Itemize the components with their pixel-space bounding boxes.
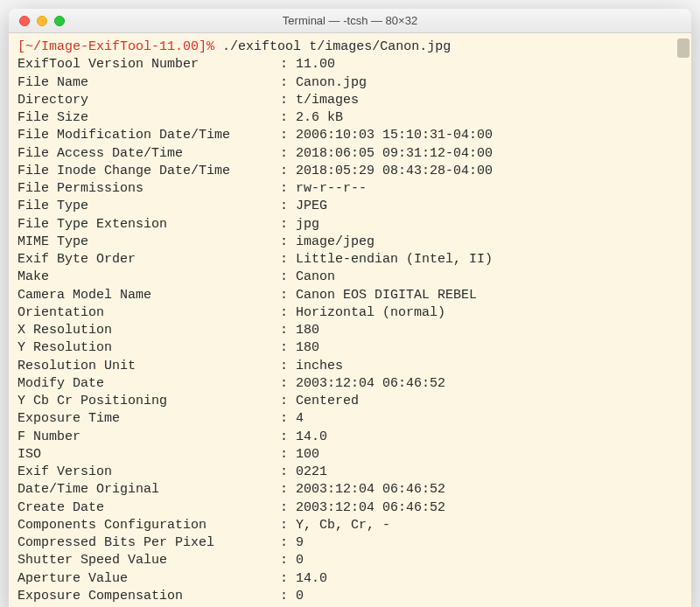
output-value: Canon.jpg	[296, 74, 367, 92]
output-value: Canon	[296, 269, 335, 286]
output-value: 0221	[296, 464, 327, 481]
maximize-button[interactable]	[54, 16, 65, 26]
output-value: t/images	[296, 92, 359, 109]
output-key: Orientation	[18, 304, 280, 322]
output-separator: :	[280, 517, 296, 534]
minimize-button[interactable]	[37, 16, 47, 26]
output-separator: :	[280, 287, 296, 304]
prompt-path: ~/Image-ExifTool-11.00	[25, 39, 199, 54]
output-line: X Resolution: 180	[18, 322, 682, 339]
output-line: File Inode Change Date/Time: 2018:05:29 …	[18, 163, 682, 180]
output-key: Camera Model Name	[18, 287, 280, 304]
output-key: Exif Byte Order	[18, 251, 280, 269]
prompt-line: [~/Image-ExifTool-11.00]% ./exiftool t/i…	[18, 38, 682, 56]
output-separator: :	[280, 109, 296, 127]
output-value: 2018:06:05 09:31:12-04:00	[296, 145, 493, 163]
output-line: Camera Model Name: Canon EOS DIGITAL REB…	[18, 287, 682, 304]
output-key: File Type Extension	[18, 216, 280, 234]
output-line: File Type Extension: jpg	[18, 216, 682, 234]
output-value: Horizontal (normal)	[296, 304, 445, 322]
output-key: File Permissions	[18, 180, 280, 198]
output-key: X Resolution	[18, 322, 280, 339]
output-line: Orientation: Horizontal (normal)	[18, 304, 682, 322]
output-line: Compressed Bits Per Pixel: 9	[18, 534, 682, 552]
output-value: Little-endian (Intel, II)	[296, 251, 493, 269]
output-line: Aperture Value: 14.0	[18, 570, 682, 588]
prompt-bracket-open: [	[18, 39, 25, 54]
output-value: 14.0	[296, 570, 327, 588]
output-key: Exif Version	[18, 464, 280, 481]
output-separator: :	[280, 481, 296, 499]
output-line: Modify Date: 2003:12:04 06:46:52	[18, 375, 682, 393]
output-separator: :	[280, 375, 296, 393]
output-separator: :	[280, 145, 296, 163]
output-value: 9	[296, 534, 304, 552]
output-separator: :	[280, 56, 296, 73]
output-line: ExifTool Version Number: 11.00	[18, 56, 682, 73]
output-key: Create Date	[18, 499, 280, 517]
window-title: Terminal — -tcsh — 80×32	[283, 14, 417, 27]
scrollbar-thumb[interactable]	[677, 38, 690, 58]
output-value: 2018:05:29 08:43:28-04:00	[296, 163, 493, 180]
output-value: 0	[296, 588, 304, 605]
output-value: 100	[296, 446, 319, 464]
prompt-bracket-close: ]	[199, 39, 206, 54]
output-key: Date/Time Original	[18, 481, 280, 499]
traffic-lights	[19, 16, 65, 26]
output-value: JPEG	[296, 198, 327, 215]
output-key: File Inode Change Date/Time	[18, 163, 280, 180]
output-value: 2.6 kB	[296, 109, 343, 127]
output-value: 180	[296, 339, 319, 357]
output-separator: :	[280, 74, 296, 92]
output-separator: :	[280, 446, 296, 464]
output-separator: :	[280, 198, 296, 215]
output-separator: :	[280, 322, 296, 339]
output-separator: :	[280, 552, 296, 569]
output-line: ISO: 100	[18, 446, 682, 464]
close-button[interactable]	[19, 16, 30, 26]
output-value: 0	[296, 552, 304, 569]
output-separator: :	[280, 534, 296, 552]
output-key: Make	[18, 269, 280, 286]
output-key: Exposure Time	[18, 410, 280, 428]
output-key: File Size	[18, 109, 280, 127]
output-separator: :	[280, 358, 296, 375]
output-line: Exif Version: 0221	[18, 464, 682, 481]
output-key: Aperture Value	[18, 570, 280, 588]
titlebar[interactable]: Terminal — -tcsh — 80×32	[9, 9, 691, 33]
output-line: File Name: Canon.jpg	[18, 74, 682, 92]
output-line: Components Configuration: Y, Cb, Cr, -	[18, 517, 682, 534]
output-line: Create Date: 2003:12:04 06:46:52	[18, 499, 682, 517]
output-line: Y Cb Cr Positioning: Centered	[18, 393, 682, 410]
output-key: Exposure Compensation	[18, 588, 280, 605]
output-separator: :	[280, 269, 296, 286]
output-value: 2003:12:04 06:46:52	[296, 375, 445, 393]
output-line: Make: Canon	[18, 269, 682, 286]
output-separator: :	[280, 234, 296, 251]
output-separator: :	[280, 393, 296, 410]
output-key: File Modification Date/Time	[18, 127, 280, 144]
output-separator: :	[280, 499, 296, 517]
output-key: ISO	[18, 446, 280, 464]
output-line: Directory: t/images	[18, 92, 682, 109]
output-line: File Access Date/Time: 2018:06:05 09:31:…	[18, 145, 682, 163]
output-separator: :	[280, 304, 296, 322]
output-key: Components Configuration	[18, 517, 280, 534]
output-value: 4	[296, 410, 304, 428]
output-line: File Modification Date/Time: 2006:10:03 …	[18, 127, 682, 144]
output-value: image/jpeg	[296, 234, 374, 251]
output-value: 180	[296, 322, 319, 339]
output-key: Y Cb Cr Positioning	[18, 393, 280, 410]
output-separator: :	[280, 588, 296, 605]
output-value: 2003:12:04 06:46:52	[296, 499, 445, 517]
output-key: Directory	[18, 92, 280, 109]
output-separator: :	[280, 216, 296, 234]
output-line: F Number: 14.0	[18, 429, 682, 446]
output-separator: :	[280, 464, 296, 481]
output-separator: :	[280, 127, 296, 144]
output-key: F Number	[18, 429, 280, 446]
output-line: Shutter Speed Value: 0	[18, 552, 682, 569]
terminal-body[interactable]: [~/Image-ExifTool-11.00]% ./exiftool t/i…	[9, 33, 691, 607]
output-line: Date/Time Original: 2003:12:04 06:46:52	[18, 481, 682, 499]
output-separator: :	[280, 410, 296, 428]
